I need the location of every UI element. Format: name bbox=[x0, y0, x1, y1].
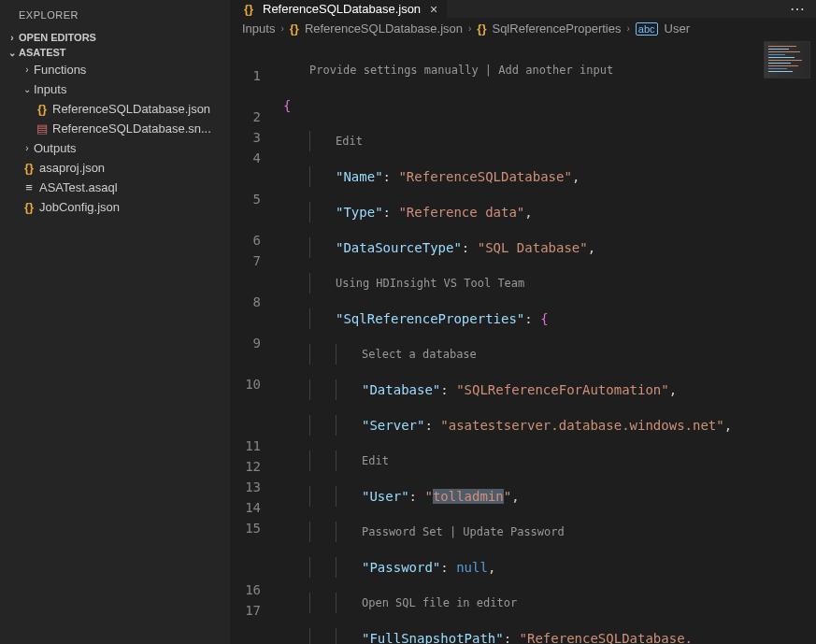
chevron-right-icon: › bbox=[6, 33, 19, 43]
codelens-selectdb[interactable]: Select a database bbox=[362, 348, 477, 361]
breadcrumb-user[interactable]: User bbox=[665, 21, 690, 36]
chevron-down-icon: ⌄ bbox=[21, 84, 34, 94]
json-file-icon: {} bbox=[290, 21, 299, 36]
file-reference-snapshot[interactable]: ▤ ReferenceSQLDatabase.sn... bbox=[0, 119, 230, 138]
breadcrumb-inputs[interactable]: Inputs bbox=[242, 21, 275, 36]
chevron-right-icon: › bbox=[279, 23, 285, 34]
open-editors-section[interactable]: › OPEN EDITORS bbox=[0, 30, 230, 45]
db-file-icon: ▤ bbox=[34, 122, 50, 136]
file-jobconfig[interactable]: {} JobConfig.json bbox=[0, 197, 230, 217]
json-file-icon: {} bbox=[240, 2, 257, 16]
tab-reference-json[interactable]: {} ReferenceSQLDatabase.json × bbox=[231, 0, 448, 18]
project-section[interactable]: ⌄ ASATEST bbox=[0, 45, 230, 60]
file-asaproj[interactable]: {} asaproj.json bbox=[0, 158, 230, 178]
codelens-opensql[interactable]: Open SQL file in editor bbox=[362, 596, 517, 609]
explorer-title: EXPLORER bbox=[0, 0, 230, 28]
chevron-down-icon: ⌄ bbox=[6, 48, 19, 58]
codelens-top[interactable]: Provide settings manually | Add another … bbox=[309, 64, 613, 77]
json-file-icon: {} bbox=[21, 161, 37, 175]
file-reference-json[interactable]: {} ReferenceSQLDatabase.json bbox=[0, 99, 230, 119]
chevron-right-icon: › bbox=[466, 23, 473, 34]
file-asatest[interactable]: ≡ ASATest.asaql bbox=[0, 178, 230, 197]
json-file-icon: {} bbox=[34, 102, 50, 116]
chevron-right-icon: › bbox=[21, 64, 34, 75]
chevron-right-icon: › bbox=[21, 143, 34, 153]
codelens-edit2[interactable]: Edit bbox=[362, 454, 389, 467]
codelens-tool[interactable]: Using HDInsight VS Tool Team bbox=[336, 277, 524, 290]
editor-main: {} ReferenceSQLDatabase.json × ⋯ Inputs … bbox=[231, 0, 816, 644]
tab-bar: {} ReferenceSQLDatabase.json × ⋯ bbox=[231, 0, 816, 18]
json-file-icon: {} bbox=[21, 200, 37, 214]
string-field-icon: abc bbox=[636, 22, 658, 36]
asaql-file-icon: ≡ bbox=[21, 180, 37, 194]
more-actions-icon[interactable]: ⋯ bbox=[779, 0, 816, 18]
editor[interactable]: 1 2 3 4 5 6 7 8 9 10 11 12 13 14 15 16 bbox=[231, 39, 816, 644]
codelens-pwd[interactable]: Password Set | Update Password bbox=[362, 525, 565, 538]
codelens-edit[interactable]: Edit bbox=[336, 135, 363, 148]
folder-functions[interactable]: › Functions bbox=[0, 60, 230, 79]
json-object-icon: {} bbox=[477, 21, 486, 36]
folder-inputs[interactable]: ⌄ Inputs bbox=[0, 79, 230, 99]
breadcrumb-prop[interactable]: SqlReferenceProperties bbox=[492, 21, 621, 36]
chevron-right-icon: › bbox=[625, 23, 632, 34]
code-area[interactable]: Provide settings manually | Add another … bbox=[278, 39, 816, 644]
folder-outputs[interactable]: › Outputs bbox=[0, 138, 230, 158]
line-gutter: 1 2 3 4 5 6 7 8 9 10 11 12 13 14 15 16 bbox=[231, 39, 278, 644]
breadcrumb[interactable]: Inputs › {} ReferenceSQLDatabase.json › … bbox=[231, 18, 816, 39]
explorer-sidebar: EXPLORER › OPEN EDITORS ⌄ ASATEST › Func… bbox=[0, 0, 231, 644]
close-tab-icon[interactable]: × bbox=[430, 2, 437, 17]
breadcrumb-file[interactable]: ReferenceSQLDatabase.json bbox=[305, 21, 463, 36]
